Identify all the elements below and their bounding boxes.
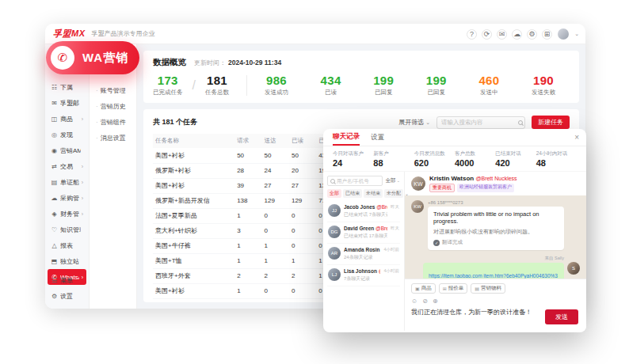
avatar: JJ	[328, 204, 341, 217]
task-name-link[interactable]: 美国+衬衫	[153, 148, 234, 163]
composer-tool-icon[interactable]: ⊘	[422, 298, 428, 305]
customer-search-input[interactable]	[337, 178, 379, 184]
chevron-right-icon: ›	[82, 116, 83, 122]
cell-read: 0	[289, 283, 316, 298]
sidebar-item[interactable]: ◫ 商品 ›	[48, 111, 86, 127]
sidebar-item-icon: ☷	[51, 84, 58, 91]
task-search-input[interactable]	[441, 119, 518, 126]
sidebar-item[interactable]: ♡ 知识管理	[48, 222, 86, 237]
composer-chip[interactable]: ⊞ 报价单	[439, 283, 468, 294]
task-name-link[interactable]: 俄罗斯+新品开发信	[153, 193, 234, 208]
task-name-link[interactable]: 美国+衬衫	[153, 178, 234, 193]
sidebar-item[interactable]: ◈ 财务管理 ›	[48, 206, 86, 222]
sidebar-item[interactable]: ✉ 孚盟邮	[48, 95, 86, 111]
composer-chip[interactable]: ▤ 营销物料	[471, 283, 505, 294]
sidebar-item-icon: ⚙	[51, 293, 58, 300]
topbar-icon[interactable]: ⚙	[527, 29, 537, 40]
conversation-list-item[interactable]: AR Amanda Rosin @Brett Nu... 24条聊天记录 4小时…	[327, 244, 400, 265]
topbar-icon[interactable]: ☁	[512, 29, 522, 40]
chevron-right-icon: ›	[82, 195, 83, 201]
sidebar-item[interactable]: ⇄ 交易 ›	[48, 158, 86, 174]
chat-stat: 今日对话客户 24	[333, 150, 373, 168]
app-logo: 孚盟MX	[53, 28, 86, 40]
task-name-link[interactable]: 俄罗斯+衬衫	[153, 163, 234, 178]
sidebar-item[interactable]: △ 报表	[48, 237, 86, 253]
filter-chip[interactable]: 未分配	[384, 189, 403, 198]
chat-tabs: 聊天记录 设置 ×	[323, 129, 586, 146]
cell-read: 129	[289, 193, 316, 208]
sidebar-bottom-item[interactable]: ☰ 菜单	[48, 272, 86, 288]
sidebar-item[interactable]: ☁ 采购管理 ›	[48, 190, 86, 206]
product-link[interactable]: https://item.taobao.com item.htm?6eb40Py…	[429, 273, 558, 279]
filter-chip[interactable]: 未结束	[364, 189, 383, 198]
cell-request: 1	[234, 253, 261, 268]
search-icon	[330, 179, 335, 184]
chat-tab[interactable]: 设置	[371, 129, 384, 146]
sidebar-item-icon: ◉	[51, 147, 58, 154]
topbar-icon[interactable]: ⊞	[542, 29, 552, 40]
composer-chip[interactable]: ▣ 商品	[411, 283, 436, 294]
cell-request: 28	[234, 163, 261, 178]
task-name-link[interactable]: 美国+T恤	[153, 253, 234, 268]
cell-request: 1	[234, 283, 261, 298]
search-icon[interactable]	[518, 120, 523, 125]
task-name-link[interactable]: 美国+衬衫	[153, 283, 234, 298]
cell-request: 1	[234, 208, 261, 223]
task-name-link[interactable]: 法国+夏季新品	[153, 208, 234, 223]
task-name-link[interactable]: 西班牙+外套	[153, 268, 234, 283]
sidebar-item-label: 发现	[60, 131, 81, 139]
topbar-icon[interactable]: ?	[467, 29, 477, 40]
avatar[interactable]	[558, 28, 569, 40]
filter-select[interactable]: 全部	[385, 177, 400, 184]
message-translation: 对进展影响很小或没有影响的琐碎问题。	[433, 228, 558, 236]
sidebar-item[interactable]: ⬒ 独立站	[48, 253, 86, 269]
outgoing-message-bubble: https://item.taobao.com item.htm?6eb40Py…	[423, 263, 564, 279]
chat-tab[interactable]: 聊天记录	[333, 129, 360, 146]
submenu-item[interactable]: 消息设置	[90, 130, 136, 146]
chevron-down-icon[interactable]: ⌄	[574, 31, 579, 37]
sidebar-bottom-item[interactable]: ⚙ 设置	[48, 288, 86, 304]
task-name-link[interactable]: 意大利+针织衫	[153, 223, 234, 238]
avatar: LJ	[328, 268, 341, 281]
slash-divider: /	[193, 78, 196, 93]
stat-item: 199 已回复	[373, 74, 394, 97]
cell-request: 2	[234, 268, 261, 283]
topbar-icon[interactable]: ✉	[497, 29, 507, 40]
send-button[interactable]: 发送	[545, 309, 578, 324]
filter-chip[interactable]: 全部	[327, 189, 341, 198]
conversation-list-item[interactable]: JJ Jacob Jones @Brett Nuckless 已结束对话 7条聊…	[327, 201, 400, 222]
conversation-list-item[interactable]: LJ Lisa Johnson @Brett Nu... 7条聊天记录 4小时前	[327, 265, 400, 286]
new-task-button[interactable]: 新建任务	[532, 116, 570, 129]
cell-request: 1	[234, 238, 261, 253]
check-icon: ✓	[433, 240, 440, 246]
sidebar-item[interactable]: ▤ 单证船务 ›	[48, 174, 86, 190]
close-icon[interactable]: ×	[574, 133, 579, 142]
chevron-right-icon: ›	[82, 180, 83, 185]
customer-tag: 欧洲站经销服装贸易客户	[457, 184, 514, 192]
submenu-item[interactable]: 账号管理	[90, 82, 136, 98]
chevron-right-icon: ›	[82, 211, 83, 217]
composer-tool-icon[interactable]: ⊕	[433, 298, 438, 305]
cell-delivered: 0	[262, 208, 289, 223]
sidebar-item[interactable]: ◎ 发现	[48, 127, 86, 142]
incoming-message-bubble: Trivial problem with little or no impact…	[428, 207, 564, 250]
cell-delivered: 1	[262, 253, 289, 268]
composer-chip-icon: ▣	[415, 286, 420, 291]
table-column-header: 已读	[289, 134, 316, 148]
expand-filter-button[interactable]: 展开筛选	[398, 118, 430, 127]
topbar-icon[interactable]: ⟳	[482, 29, 492, 40]
message-composer: ▣ 商品 ⊞ 报价单 ▤ 营销物料	[405, 279, 586, 331]
submenu-item[interactable]: 营销组件	[90, 114, 136, 130]
sidebar-item-label: 商品	[60, 115, 79, 123]
cell-read: 1	[289, 253, 316, 268]
conversation-list-item[interactable]: DG David Green @Brett Nuckless 已结束对话 17条…	[327, 222, 400, 244]
composer-tool-icon[interactable]: ☺	[411, 298, 417, 305]
sidebar-item[interactable]: ◉ 营销AM	[48, 142, 86, 158]
updated-time: 2024-10-29 11:34	[228, 59, 281, 66]
wa-marketing-badge[interactable]: ✆ WA营销	[46, 41, 139, 74]
sidebar-item-icon: ⬒	[51, 258, 58, 265]
filter-chip[interactable]: 已结束	[343, 189, 362, 198]
sidebar-item[interactable]: ☷ 下属	[48, 79, 86, 95]
submenu-item[interactable]: 营销历史	[90, 98, 136, 114]
task-name-link[interactable]: 美国+牛仔裤	[153, 238, 234, 253]
